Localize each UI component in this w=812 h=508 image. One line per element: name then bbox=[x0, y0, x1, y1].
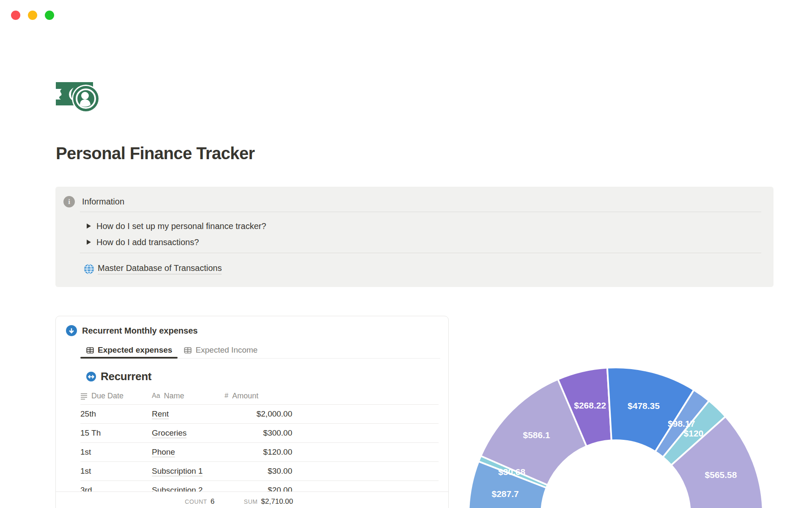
expenses-donut-chart: $287.7$30.68$586.1$268.22$478.35$98.17$1… bbox=[0, 0, 812, 508]
